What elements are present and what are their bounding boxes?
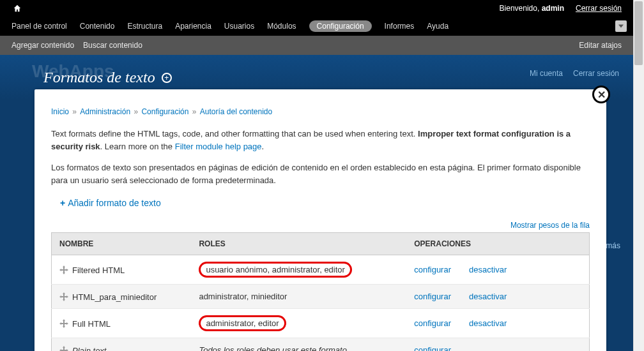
cell-operations: configurardesactivar — [406, 309, 589, 338]
shortcuts-bar: Agregar contenido Buscar contenido Edita… — [0, 36, 633, 55]
admin-toolbar: Bienvenido, admin Cerrar sesión Panel de… — [0, 0, 633, 36]
desactivar-link[interactable]: desactivar — [469, 318, 507, 328]
close-icon: ✕ — [597, 89, 606, 101]
header-roles: ROLES — [191, 233, 406, 255]
breadcrumb-separator: » — [132, 107, 140, 116]
page-title: Formatos de texto — [43, 69, 155, 86]
drag-handle-icon[interactable] — [59, 346, 68, 351]
cell-roles: administrator, minieditor — [191, 285, 406, 309]
header-operations: OPERACIONES — [406, 233, 589, 255]
my-account-link[interactable]: Mi cuenta — [530, 69, 563, 78]
drag-handle-icon[interactable] — [59, 319, 68, 328]
configurar-link[interactable]: configurar — [414, 292, 451, 301]
breadcrumb-separator: » — [190, 107, 198, 116]
roles-text: usuario anónimo, administrator, editor — [199, 262, 352, 278]
configurar-link[interactable]: configurar — [414, 345, 451, 351]
welcome-text: Bienvenido, admin — [500, 4, 564, 13]
add-shortcut-icon[interactable]: + — [162, 73, 172, 83]
drag-handle-icon[interactable] — [59, 265, 68, 274]
drag-handle-icon[interactable] — [59, 292, 68, 301]
logout-link[interactable]: Cerrar sesión — [576, 4, 622, 13]
menu-item-apariencia[interactable]: Apariencia — [175, 22, 211, 31]
cell-operations: configurar — [406, 338, 589, 352]
format-name: Filtered HTML — [72, 265, 125, 275]
toolbar-top-row: Bienvenido, admin Cerrar sesión — [0, 0, 633, 17]
roles-text: Todos los roles deben usar este formato. — [199, 345, 349, 351]
menu-item-estructura[interactable]: Estructura — [127, 22, 162, 31]
admin-menu: Panel de controlContenidoEstructuraApari… — [0, 17, 633, 36]
menu-item-módulos[interactable]: Módulos — [267, 22, 296, 31]
header-name: NOMBRE — [52, 233, 192, 255]
shortcut-add-content[interactable]: Agregar contenido — [12, 41, 74, 50]
roles-text: administrator, minieditor — [199, 292, 287, 301]
shortcut-search-content[interactable]: Buscar contenido — [83, 41, 142, 50]
add-text-format-link[interactable]: +Añadir formato de texto — [60, 198, 161, 208]
format-name: Full HTML — [72, 319, 111, 329]
breadcrumb: Inicio » Administración » Configuración … — [51, 107, 590, 116]
breadcrumb-item[interactable]: Administración — [80, 107, 130, 116]
description-1: Text formats define the HTML tags, code,… — [51, 128, 590, 153]
table-row: HTML_para_minieditoradministrator, minie… — [52, 285, 590, 309]
cell-name: Plain text — [52, 338, 192, 352]
breadcrumb-item[interactable]: Inicio — [51, 107, 69, 116]
description-2: Los formatos de texto son presentados en… — [51, 161, 590, 186]
cell-operations: configurardesactivar — [406, 255, 589, 285]
formats-table: NOMBRE ROLES OPERACIONES Filtered HTMLus… — [51, 232, 590, 351]
shortcut-edit[interactable]: Editar atajos — [579, 41, 622, 50]
cell-operations: configurardesactivar — [406, 285, 589, 309]
menu-item-panel-de-control[interactable]: Panel de control — [12, 22, 67, 31]
cell-name: HTML_para_minieditor — [52, 285, 192, 309]
breadcrumb-item[interactable]: Autoría del contenido — [200, 107, 272, 116]
table-row: Filtered HTMLusuario anónimo, administra… — [52, 255, 590, 285]
filter-help-link[interactable]: Filter module help page — [175, 142, 262, 151]
menu-item-informes[interactable]: Informes — [385, 22, 415, 31]
overlay-panel: ✕ Inicio » Administración » Configuració… — [34, 89, 606, 351]
breadcrumb-separator: » — [70, 107, 79, 116]
scrollbar[interactable] — [633, 0, 644, 351]
configurar-link[interactable]: configurar — [414, 265, 451, 274]
roles-text: administrator, editor — [199, 315, 286, 331]
scrollbar-thumb[interactable] — [634, 1, 643, 65]
menu-item-contenido[interactable]: Contenido — [80, 22, 115, 31]
menu-item-usuarios[interactable]: Usuarios — [224, 22, 254, 31]
format-name: HTML_para_minieditor — [72, 292, 157, 302]
home-icon[interactable] — [13, 4, 22, 13]
cell-roles: usuario anónimo, administrator, editor — [191, 255, 406, 285]
cell-name: Filtered HTML — [52, 255, 192, 285]
menu-item-configuración[interactable]: Configuración — [309, 20, 372, 32]
configurar-link[interactable]: configurar — [414, 318, 451, 328]
cell-name: Full HTML — [52, 309, 192, 338]
menu-item-ayuda[interactable]: Ayuda — [427, 22, 448, 31]
logout-link-2[interactable]: Cerrar sesión — [573, 69, 619, 78]
cell-roles: administrator, editor — [191, 309, 406, 338]
show-row-weights-link[interactable]: Mostrar pesos de la fila — [51, 221, 590, 230]
menu-dropdown-handle[interactable] — [615, 20, 627, 32]
table-row: Plain textTodos los roles deben usar est… — [52, 338, 590, 352]
desactivar-link[interactable]: desactivar — [469, 292, 507, 301]
breadcrumb-item[interactable]: Configuración — [141, 107, 188, 116]
cell-roles: Todos los roles deben usar este formato. — [191, 338, 406, 352]
table-row: Full HTMLadministrator, editorconfigurar… — [52, 309, 590, 338]
desactivar-link[interactable]: desactivar — [469, 265, 507, 274]
close-overlay-button[interactable]: ✕ — [592, 86, 610, 103]
format-name: Plain text — [72, 346, 106, 351]
